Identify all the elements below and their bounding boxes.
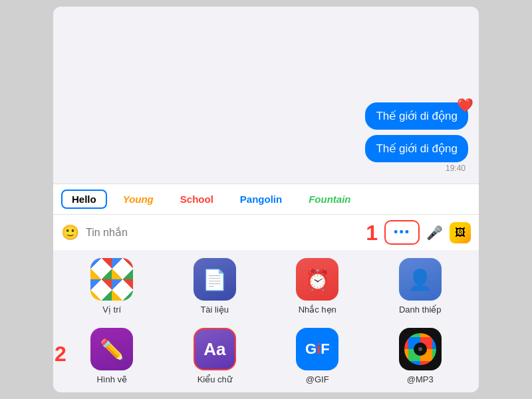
draw-symbol: ✏️ xyxy=(100,338,124,361)
app-doc-label: Tài liệu xyxy=(200,305,229,315)
image-button[interactable]: 🖼 xyxy=(450,222,471,243)
tab-hello[interactable]: Hello xyxy=(61,190,107,209)
app-gif-label: @GIF xyxy=(306,374,329,384)
contact-symbol: 👤 xyxy=(408,268,432,291)
bubble-2-container: Thế giới di động 19:40 xyxy=(365,135,468,173)
bubble-2-text: Thế giới di động xyxy=(376,142,458,155)
bubble-1: Thế giới di động ❤️ xyxy=(365,102,468,130)
step-1-label: 1 xyxy=(366,222,378,243)
image-icon: 🖼 xyxy=(455,227,466,239)
app-location[interactable]: Vị trí xyxy=(64,258,160,315)
location-icon xyxy=(90,258,133,301)
mp3-center xyxy=(414,342,427,356)
step-2-label: 2 xyxy=(55,343,66,364)
chat-area: Thế giới di động ❤️ Thế giới di động 19:… xyxy=(53,7,479,184)
app-doc[interactable]: 📄 Tài liệu xyxy=(167,258,263,315)
contact-icon: 👤 xyxy=(399,258,442,301)
gif-symbol: GiF xyxy=(305,340,330,358)
three-dots-icon: ••• xyxy=(394,225,410,239)
app-draw-label: Hình vẽ xyxy=(96,374,127,384)
app-draw[interactable]: 2 ✏️ Hình vẽ xyxy=(64,328,160,384)
microphone-button[interactable]: 🎤 xyxy=(426,225,443,241)
app-gif[interactable]: GiF @GIF xyxy=(269,328,366,384)
tab-fountain[interactable]: Fountain xyxy=(298,190,361,209)
bubble-1-wrapper: Thế giới di động ❤️ xyxy=(365,102,468,130)
location-map xyxy=(90,258,133,301)
more-options-button[interactable]: ••• xyxy=(384,220,420,245)
app-remind-label: Nhắc hẹn xyxy=(299,305,336,315)
app-location-label: Vị trí xyxy=(102,305,121,315)
app-remind[interactable]: ⏰ Nhắc hẹn xyxy=(269,258,366,315)
bubble-1-text: Thế giới di động xyxy=(376,110,458,122)
tab-school[interactable]: School xyxy=(170,190,224,209)
tab-pangolin[interactable]: Pangolin xyxy=(229,190,293,209)
mp3-dot xyxy=(418,347,422,351)
app-font-label: Kiểu chữ xyxy=(198,374,232,384)
emoji-button[interactable]: 🙂 xyxy=(61,224,79,241)
mp3-ring xyxy=(404,333,436,365)
message-input[interactable] xyxy=(86,227,359,239)
gif-icon: GiF xyxy=(296,328,338,370)
remind-icon: ⏰ xyxy=(296,258,338,301)
remind-symbol: ⏰ xyxy=(305,268,330,291)
doc-symbol: 📄 xyxy=(202,268,227,291)
tab-young[interactable]: Young xyxy=(112,190,164,209)
sticker-tab-bar: Hello Young School Pangolin Fountain xyxy=(53,184,479,214)
font-symbol: Aa xyxy=(203,339,225,360)
app-grid: Vị trí 📄 Tài liệu ⏰ Nhắc hẹn 👤 Danh thiế… xyxy=(53,250,479,392)
app-contact[interactable]: 👤 Danh thiếp xyxy=(372,258,469,315)
font-icon: Aa xyxy=(194,328,236,370)
doc-icon: 📄 xyxy=(194,258,236,301)
phone-screen: Thế giới di động ❤️ Thế giới di động 19:… xyxy=(53,7,479,392)
bubble-2: Thế giới di động xyxy=(365,135,468,162)
app-contact-label: Danh thiếp xyxy=(399,305,442,315)
heart-reaction: ❤️ xyxy=(457,97,473,113)
mp3-icon xyxy=(399,328,442,370)
bubble-2-time: 19:40 xyxy=(365,164,466,173)
app-mp3[interactable]: @MP3 xyxy=(372,328,469,384)
app-mp3-label: @MP3 xyxy=(407,374,434,384)
input-row: 🙂 1 ••• 🎤 🖼 xyxy=(53,214,479,250)
app-font[interactable]: Aa Kiểu chữ xyxy=(167,328,263,384)
draw-icon: ✏️ xyxy=(90,328,133,370)
